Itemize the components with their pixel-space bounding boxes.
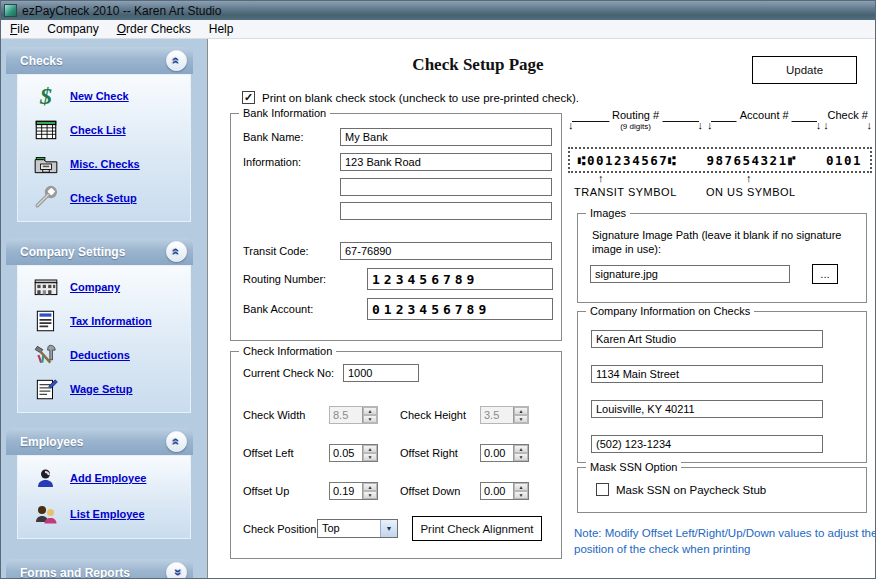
link-list-employee[interactable]: List Employee xyxy=(70,508,145,520)
images-legend: Images xyxy=(586,207,630,219)
spinner-up-icon[interactable]: ▲ xyxy=(514,483,528,491)
check-position-dropdown[interactable]: Top ▼ xyxy=(317,519,398,538)
menu-file[interactable]: File xyxy=(1,22,38,36)
bank-information-input-1[interactable] xyxy=(340,153,552,171)
company-information-group: Company Information on Checks xyxy=(577,311,867,463)
micr-routing-segment: ⑆001234567⑆ xyxy=(578,153,677,168)
images-group: Images Signature Image Path (leave it bl… xyxy=(577,213,867,303)
spinner-down-icon[interactable]: ▼ xyxy=(514,453,528,461)
sidebar-item-check-setup[interactable]: Check Setup xyxy=(18,181,190,215)
company-street-input[interactable] xyxy=(591,365,823,383)
offset-left-spinner[interactable]: 0.05 ▲▼ xyxy=(329,444,378,462)
micr-diagram: ↓ ↓ Routing # (9 digits) ↓ ↓ Account # ↓ xyxy=(568,111,872,209)
current-check-no-input[interactable] xyxy=(343,364,419,382)
print-check-alignment-button[interactable]: Print Check Alignment xyxy=(412,516,542,541)
offset-up-spinner[interactable]: 0.19 ▲▼ xyxy=(329,482,378,500)
collapse-company-settings-button[interactable]: « xyxy=(166,241,187,262)
menu-company[interactable]: Company xyxy=(38,22,107,36)
bank-name-input[interactable] xyxy=(340,128,552,146)
update-button[interactable]: Update xyxy=(752,56,857,84)
section-header-company-settings[interactable]: Company Settings « xyxy=(6,238,193,265)
bank-information-input-2[interactable] xyxy=(340,178,552,196)
mask-ssn-checkbox[interactable] xyxy=(596,483,609,496)
link-check-list[interactable]: Check List xyxy=(70,124,126,136)
collapse-checks-button[interactable]: « xyxy=(166,50,187,71)
bank-information-input-3[interactable] xyxy=(340,202,552,220)
section-header-employees[interactable]: Employees « xyxy=(6,428,193,455)
arrow-down-icon: ↓ xyxy=(698,120,704,131)
print-blank-stock-checkbox[interactable]: ✓ xyxy=(242,91,255,104)
sidebar-item-check-list[interactable]: Check List xyxy=(18,113,190,147)
menu-help[interactable]: Help xyxy=(200,22,243,36)
offset-right-spinner[interactable]: 0.00 ▲▼ xyxy=(480,444,529,462)
menu-order-checks[interactable]: Order Checks xyxy=(108,22,200,36)
spinner-up-icon[interactable]: ▲ xyxy=(363,483,377,491)
section-header-forms-reports[interactable]: Forms and Reports « xyxy=(6,559,193,579)
sidebar-item-add-employee[interactable]: Add Employee xyxy=(18,460,190,496)
company-city-input[interactable] xyxy=(591,400,823,418)
section-header-checks[interactable]: Checks « xyxy=(6,47,193,74)
signature-path-input[interactable] xyxy=(590,265,790,283)
expand-forms-reports-button[interactable]: « xyxy=(166,562,187,579)
link-company[interactable]: Company xyxy=(70,281,120,293)
offset-down-value[interactable]: 0.00 xyxy=(481,483,513,499)
spinner-up-icon[interactable]: ▲ xyxy=(363,445,377,453)
micr-sample-line: ⑆001234567⑆ 987654321⑈ 0101 xyxy=(568,147,872,173)
link-check-setup[interactable]: Check Setup xyxy=(70,192,137,204)
browse-button[interactable]: ... xyxy=(812,264,838,284)
dropdown-arrow-icon[interactable]: ▼ xyxy=(380,520,397,537)
titlebar: ezPayCheck 2010 -- Karen Art Studio xyxy=(1,1,875,20)
sidebar-item-deductions[interactable]: Deductions xyxy=(18,338,190,372)
tax-document-icon xyxy=(28,308,64,334)
bank-name-label: Bank Name: xyxy=(243,131,340,143)
chevron-up-icon: « xyxy=(170,248,183,255)
collapse-employees-button[interactable]: « xyxy=(166,431,187,452)
sidebar-item-company[interactable]: Company xyxy=(18,270,190,304)
folder-printer-icon xyxy=(28,151,64,177)
app-window: ezPayCheck 2010 -- Karen Art Studio File… xyxy=(0,0,876,579)
spinner-down-icon[interactable]: ▼ xyxy=(363,491,377,499)
offset-right-value[interactable]: 0.00 xyxy=(481,445,513,461)
transit-symbol-label: TRANSIT SYMBOL xyxy=(574,186,677,198)
offset-down-spinner[interactable]: 0.00 ▲▼ xyxy=(480,482,529,500)
offset-up-label: Offset Up xyxy=(243,485,329,497)
spinner-up-icon[interactable]: ▲ xyxy=(514,445,528,453)
offset-note: Note: Modify Offset Left/Right/Up/Down v… xyxy=(574,525,876,557)
transit-code-input[interactable] xyxy=(340,242,552,260)
link-deductions[interactable]: Deductions xyxy=(70,349,130,361)
transit-code-label: Transit Code: xyxy=(243,245,340,257)
spinner-down-icon[interactable]: ▼ xyxy=(514,491,528,499)
sidebar-item-wage-setup[interactable]: Wage Setup xyxy=(18,372,190,406)
print-blank-stock-label: Print on blank check stock (uncheck to u… xyxy=(262,92,579,104)
link-new-check[interactable]: New Check xyxy=(70,90,129,102)
link-misc-checks[interactable]: Misc. Checks xyxy=(70,158,140,170)
check-height-label: Check Height xyxy=(400,409,480,421)
offset-up-value[interactable]: 0.19 xyxy=(330,483,362,499)
check-width-label: Check Width xyxy=(243,409,329,421)
section-title-company-settings: Company Settings xyxy=(20,245,125,259)
routing-number-input[interactable] xyxy=(367,268,553,290)
bank-account-input[interactable] xyxy=(367,298,553,320)
person-icon xyxy=(28,466,64,490)
check-number-diagram-label: Check # xyxy=(824,109,870,122)
link-wage-setup[interactable]: Wage Setup xyxy=(70,383,133,395)
app-icon xyxy=(4,4,17,17)
sidebar-item-new-check[interactable]: $ New Check xyxy=(18,79,190,113)
link-add-employee[interactable]: Add Employee xyxy=(70,472,146,484)
chevron-up-icon: « xyxy=(170,438,183,445)
sidebar-item-misc-checks[interactable]: Misc. Checks xyxy=(18,147,190,181)
sidebar-item-list-employee[interactable]: List Employee xyxy=(18,496,190,532)
sidebar-item-tax-information[interactable]: Tax Information xyxy=(18,304,190,338)
company-name-input[interactable] xyxy=(591,330,823,348)
spinner-down-icon[interactable]: ▼ xyxy=(363,453,377,461)
link-tax-information[interactable]: Tax Information xyxy=(70,315,152,327)
arrow-down-icon: ↓ xyxy=(816,120,822,131)
offset-left-value[interactable]: 0.05 xyxy=(330,445,362,461)
main-panel: Check Setup Page Update ✓ Print on blank… xyxy=(207,39,875,579)
company-phone-input[interactable] xyxy=(591,435,823,453)
chevron-up-icon: « xyxy=(170,57,183,64)
table-icon xyxy=(28,117,64,143)
check-information-group: Check Information Current Check No: Chec… xyxy=(230,351,562,559)
check-position-value: Top xyxy=(318,520,380,537)
spinner-down-icon: ▼ xyxy=(514,415,528,423)
